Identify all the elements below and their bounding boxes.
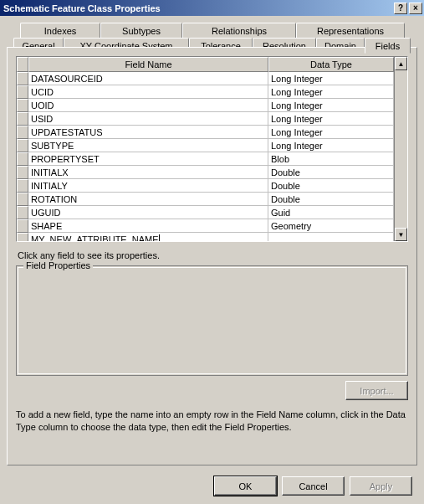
grid-body: DATASOURCEIDLong IntegerUCIDLong Integer…	[17, 72, 394, 241]
cell-data-type[interactable]: Long Integer	[268, 139, 394, 152]
cell-data-type[interactable]: Long Integer	[268, 85, 394, 99]
tab-indexes[interactable]: Indexes	[20, 23, 100, 39]
table-row[interactable]: INITIALXDouble	[17, 166, 394, 179]
cell-data-type[interactable]: Blob	[268, 152, 394, 166]
table-row[interactable]: USIDLong Integer	[17, 112, 394, 126]
row-handle[interactable]	[17, 233, 28, 241]
col-header-data-type[interactable]: Data Type	[268, 57, 394, 72]
scroll-down-icon[interactable]: ▼	[395, 228, 407, 241]
row-handle[interactable]	[17, 166, 28, 179]
properties-hint: Click any field to see its properties.	[18, 250, 406, 260]
table-row[interactable]: UPDATESTATUSLong Integer	[17, 126, 394, 139]
field-properties-group: Field Properties	[16, 265, 408, 376]
table-row[interactable]: PROPERTYSETBlob	[17, 152, 394, 166]
cell-field-name[interactable]: INITIALX	[28, 166, 268, 179]
table-row[interactable]: MY_NEW_ATTRIBUTE_NAME	[17, 233, 394, 241]
row-handle[interactable]	[17, 139, 28, 152]
row-handle[interactable]	[17, 152, 28, 166]
grid-scrollbar[interactable]: ▲ ▼	[394, 57, 407, 241]
cell-field-name[interactable]: USID	[28, 112, 268, 126]
table-row[interactable]: SHAPEGeometry	[17, 219, 394, 233]
tab-subtypes[interactable]: Subtypes	[100, 23, 182, 39]
col-header-field-name[interactable]: Field Name	[28, 57, 268, 72]
table-row[interactable]: UCIDLong Integer	[17, 85, 394, 99]
grid-header: Field Name Data Type	[17, 57, 394, 72]
dialog-buttons: OK Cancel Apply	[214, 476, 412, 496]
help-button[interactable]: ?	[394, 3, 407, 14]
table-row[interactable]: ROTATIONDouble	[17, 193, 394, 206]
cell-field-name[interactable]: UGUID	[28, 206, 268, 219]
cell-field-name[interactable]: MY_NEW_ATTRIBUTE_NAME	[28, 233, 268, 241]
table-row[interactable]: UGUIDGuid	[17, 206, 394, 219]
cancel-button[interactable]: Cancel	[282, 476, 345, 496]
field-properties-legend: Field Properties	[23, 260, 93, 270]
row-handle[interactable]	[17, 112, 28, 126]
scroll-up-icon[interactable]: ▲	[395, 57, 407, 70]
cell-data-type[interactable]: Double	[268, 166, 394, 179]
cell-field-name[interactable]: INITIALY	[28, 179, 268, 193]
cell-data-type[interactable]: Long Integer	[268, 72, 394, 85]
table-row[interactable]: INITIALYDouble	[17, 179, 394, 193]
import-button[interactable]: Import...	[345, 381, 408, 400]
tab-representations[interactable]: Representations	[296, 23, 405, 39]
cell-data-type[interactable]: Geometry	[268, 219, 394, 233]
cell-field-name[interactable]: DATASOURCEID	[28, 72, 268, 85]
cell-data-type[interactable]: Double	[268, 179, 394, 193]
cell-data-type[interactable]: Long Integer	[268, 99, 394, 112]
cell-data-type[interactable]: Double	[268, 193, 394, 206]
cell-field-name[interactable]: ROTATION	[28, 193, 268, 206]
row-handle[interactable]	[17, 193, 28, 206]
cell-data-type[interactable]: Long Integer	[268, 126, 394, 139]
row-handle[interactable]	[17, 219, 28, 233]
row-handle[interactable]	[17, 72, 28, 85]
table-row[interactable]: DATASOURCEIDLong Integer	[17, 72, 394, 85]
row-handle[interactable]	[17, 206, 28, 219]
window-title: Schematic Feature Class Properties	[3, 3, 392, 13]
cell-field-name[interactable]: UPDATESTATUS	[28, 126, 268, 139]
dialog-body: Indexes Subtypes Relationships Represent…	[0, 16, 424, 504]
ok-button[interactable]: OK	[214, 476, 277, 496]
table-row[interactable]: SUBTYPELong Integer	[17, 139, 394, 152]
cell-data-type[interactable]	[268, 233, 394, 241]
row-handle[interactable]	[17, 126, 28, 139]
apply-button[interactable]: Apply	[350, 476, 412, 496]
scroll-track[interactable]	[395, 70, 407, 228]
cell-field-name[interactable]: UOID	[28, 99, 268, 112]
cell-field-name[interactable]: PROPERTYSET	[28, 152, 268, 166]
tab-panel-fields: Field Name Data Type DATASOURCEIDLong In…	[7, 47, 417, 465]
cell-data-type[interactable]: Guid	[268, 206, 394, 219]
tab-relationships[interactable]: Relationships	[182, 23, 296, 39]
titlebar: Schematic Feature Class Properties ? ×	[0, 0, 424, 16]
cell-field-name[interactable]: UCID	[28, 85, 268, 99]
table-row[interactable]: UOIDLong Integer	[17, 99, 394, 112]
row-handle[interactable]	[17, 85, 28, 99]
row-handle[interactable]	[17, 99, 28, 112]
help-text: To add a new field, type the name into a…	[16, 409, 408, 434]
cell-field-name[interactable]: SUBTYPE	[28, 139, 268, 152]
tab-fields[interactable]: Fields	[365, 38, 411, 54]
fields-grid[interactable]: Field Name Data Type DATASOURCEIDLong In…	[16, 56, 408, 242]
row-handle[interactable]	[17, 179, 28, 193]
cell-data-type[interactable]: Long Integer	[268, 112, 394, 126]
close-button[interactable]: ×	[409, 3, 422, 14]
cell-field-name[interactable]: SHAPE	[28, 219, 268, 233]
row-header-corner	[17, 57, 28, 72]
